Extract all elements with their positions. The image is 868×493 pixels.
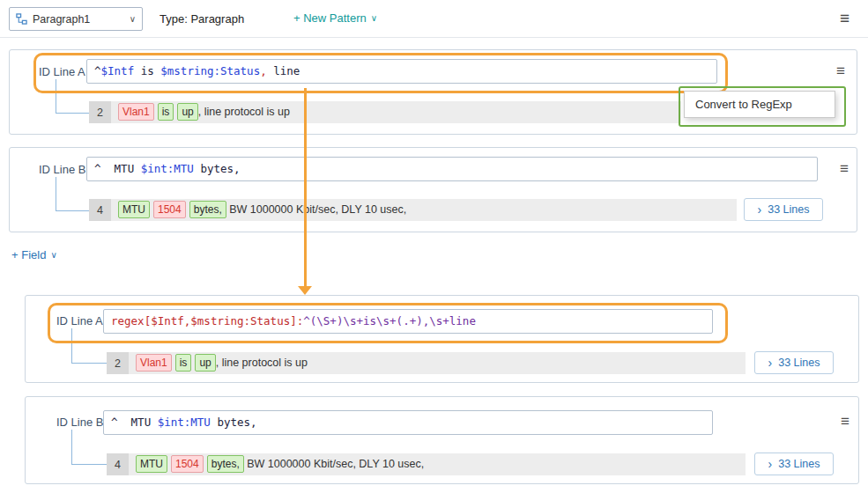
pattern-token: ^ MTU bbox=[94, 162, 141, 175]
sample-line-text: Vlan1isup, line protocol is up bbox=[111, 101, 681, 123]
line-number: 2 bbox=[107, 352, 129, 374]
sample-line-row: 4 MTU1504bytes, BW 1000000 Kbit/sec, DLY… bbox=[89, 199, 737, 221]
line-menu-icon[interactable]: ≡ bbox=[841, 414, 849, 429]
sample-line-row: 2 Vlan1isup, line protocol is up bbox=[107, 352, 746, 374]
pattern-token: line bbox=[267, 64, 300, 77]
pattern-variable-token: $Intf bbox=[101, 64, 135, 77]
pattern-token: ^ MTU bbox=[111, 416, 158, 429]
pattern-panel-id-line-b-top: ID Line B ^ MTU $int:MTU bytes, ≡ 4 MTU1… bbox=[9, 147, 857, 232]
pattern-select-value: Paragraph1 bbox=[33, 13, 90, 26]
pattern-input-id-line-a[interactable]: ^$Intf is $mstring:Status, line bbox=[86, 59, 717, 84]
tree-connector-line bbox=[71, 430, 108, 465]
add-field-label: + Field bbox=[11, 248, 46, 261]
toolbar-menu-icon[interactable]: ≡ bbox=[840, 10, 849, 26]
pattern-variable-token: $int:MTU bbox=[158, 416, 211, 429]
lines-badge-label: 33 Lines bbox=[768, 203, 809, 216]
line-number: 4 bbox=[107, 453, 129, 475]
literal-highlight: up bbox=[177, 103, 197, 121]
value-highlight: Vlan1 bbox=[118, 103, 154, 121]
chevron-right-icon: › bbox=[768, 458, 773, 470]
lines-badge-label: 33 Lines bbox=[778, 458, 820, 470]
literal-highlight: bytes, bbox=[207, 455, 244, 473]
new-pattern-label: + New Pattern bbox=[293, 11, 367, 25]
chevron-down-icon: ∨ bbox=[50, 250, 56, 260]
pattern-input-id-line-b[interactable]: ^ MTU $int:MTU bytes, bbox=[103, 410, 713, 435]
lines-badge-label: 33 Lines bbox=[778, 357, 820, 369]
pattern-select-dropdown[interactable]: Paragraph1 ∨ bbox=[9, 7, 143, 31]
literal-highlight: MTU bbox=[118, 201, 150, 218]
context-menu-convert-to-regexp[interactable]: Convert to RegExp bbox=[684, 91, 835, 118]
plain-text: BW 1000000 Kbit/sec, DLY 10 usec, bbox=[226, 203, 407, 216]
pattern-editor: Paragraph1 ∨ Type: Paragraph + New Patte… bbox=[0, 0, 868, 493]
sample-line-row: 4 MTU1504bytes, BW 1000000 Kbit/sec, DLY… bbox=[107, 453, 746, 475]
pattern-type-label: Type: Paragraph bbox=[160, 12, 244, 26]
chevron-right-icon: › bbox=[758, 203, 762, 216]
annotation-arrow-line bbox=[304, 88, 307, 286]
pattern-variable-token: $mstring:Status bbox=[160, 64, 260, 77]
line-menu-icon[interactable]: ≡ bbox=[836, 63, 845, 78]
chevron-down-icon: ∨ bbox=[371, 13, 377, 23]
id-line-a-label: ID Line A bbox=[39, 65, 85, 78]
tree-connector-line bbox=[56, 177, 90, 211]
toolbar-divider bbox=[0, 37, 868, 38]
literal-highlight: up bbox=[195, 354, 215, 372]
chevron-right-icon: › bbox=[768, 357, 773, 369]
id-line-a-label: ID Line A bbox=[56, 314, 103, 327]
regex-body-token: ^(\S+)\s+is\s+(.+),\s+line bbox=[303, 314, 476, 327]
sample-line-text: MTU1504bytes, BW 1000000 Kbit/sec, DLY 1… bbox=[129, 453, 746, 475]
pattern-token: bytes, bbox=[211, 416, 257, 429]
lines-badge[interactable]: ›33 Lines bbox=[754, 453, 834, 475]
value-highlight: 1504 bbox=[153, 201, 186, 218]
tree-connector-line bbox=[56, 79, 90, 114]
line-number: 2 bbox=[89, 101, 111, 123]
line-menu-icon[interactable]: ≡ bbox=[840, 161, 849, 176]
pattern-token: bytes, bbox=[194, 162, 241, 175]
regex-prefix-token: regex[$Intf,$mstring:Status]: bbox=[111, 314, 303, 327]
annotation-arrow-head bbox=[298, 286, 312, 295]
sample-line-text: Vlan1isup, line protocol is up bbox=[129, 352, 746, 374]
pattern-token: , bbox=[260, 64, 267, 77]
new-pattern-link[interactable]: + New Pattern∨ bbox=[293, 11, 377, 25]
line-number: 4 bbox=[89, 199, 111, 221]
pattern-panel-id-line-a-bottom: ID Line A regex[$Intf,$mstring:Status]:^… bbox=[25, 295, 859, 383]
id-line-b-label: ID Line B bbox=[56, 416, 103, 429]
pattern-tree-icon bbox=[16, 13, 27, 25]
value-highlight: Vlan1 bbox=[136, 354, 172, 372]
pattern-input-id-line-b[interactable]: ^ MTU $int:MTU bytes, bbox=[86, 157, 818, 181]
chevron-down-icon: ∨ bbox=[130, 14, 136, 24]
plain-text: , line protocol is up bbox=[216, 357, 308, 369]
literal-highlight: is bbox=[175, 354, 192, 372]
plain-text: , line protocol is up bbox=[198, 106, 290, 118]
pattern-variable-token: $int:MTU bbox=[141, 162, 194, 175]
lines-badge[interactable]: ›33 Lines bbox=[754, 351, 834, 374]
pattern-input-id-line-a-regex[interactable]: regex[$Intf,$mstring:Status]:^(\S+)\s+is… bbox=[103, 309, 713, 334]
literal-highlight: bytes, bbox=[189, 201, 226, 218]
literal-highlight: is bbox=[158, 103, 174, 121]
sample-line-row: 2 Vlan1isup, line protocol is up bbox=[89, 101, 681, 123]
pattern-token: is bbox=[134, 64, 160, 77]
sample-line-text: MTU1504bytes, BW 1000000 Kbit/sec, DLY 1… bbox=[111, 199, 737, 221]
tree-connector-line bbox=[71, 328, 108, 364]
id-line-b-label: ID Line B bbox=[39, 163, 85, 176]
literal-highlight: MTU bbox=[136, 455, 167, 473]
plain-text: BW 1000000 Kbit/sec, DLY 10 usec, bbox=[244, 458, 425, 470]
add-field-link[interactable]: + Field∨ bbox=[11, 248, 57, 261]
value-highlight: 1504 bbox=[171, 455, 204, 473]
pattern-panel-id-line-b-bottom: ID Line B ^ MTU $int:MTU bytes, ≡ 4 MTU1… bbox=[25, 396, 859, 484]
lines-badge[interactable]: ›33 Lines bbox=[744, 198, 823, 221]
pattern-token: ^ bbox=[94, 64, 101, 77]
